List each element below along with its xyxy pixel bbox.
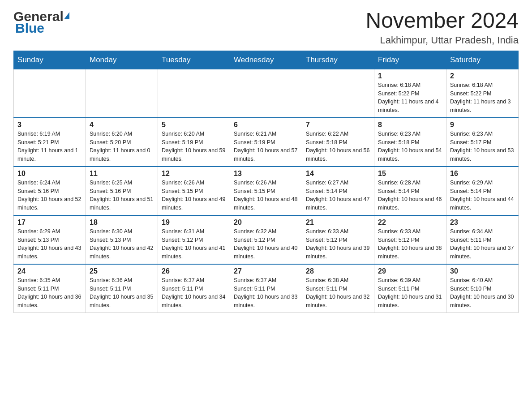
calendar-cell: 23Sunrise: 6:34 AMSunset: 5:11 PMDayligh… xyxy=(446,215,519,264)
day-number: 9 xyxy=(450,121,515,129)
calendar-cell: 17Sunrise: 6:29 AMSunset: 5:13 PMDayligh… xyxy=(14,215,86,264)
calendar-week-4: 17Sunrise: 6:29 AMSunset: 5:13 PMDayligh… xyxy=(14,215,519,264)
day-info: Sunrise: 6:22 AMSunset: 5:18 PMDaylight:… xyxy=(306,130,370,163)
day-info: Sunrise: 6:23 AMSunset: 5:18 PMDaylight:… xyxy=(378,130,442,163)
calendar-cell: 22Sunrise: 6:33 AMSunset: 5:12 PMDayligh… xyxy=(374,215,446,264)
weekday-header-saturday: Saturday xyxy=(446,51,519,69)
calendar-cell: 30Sunrise: 6:40 AMSunset: 5:10 PMDayligh… xyxy=(446,264,519,313)
calendar-week-5: 24Sunrise: 6:35 AMSunset: 5:11 PMDayligh… xyxy=(14,264,519,313)
location-subtitle: Lakhimpur, Uttar Pradesh, India xyxy=(365,34,519,46)
day-info: Sunrise: 6:25 AMSunset: 5:16 PMDaylight:… xyxy=(90,179,154,212)
day-number: 8 xyxy=(378,121,442,129)
day-info: Sunrise: 6:33 AMSunset: 5:12 PMDaylight:… xyxy=(378,227,442,261)
day-number: 13 xyxy=(234,170,298,178)
day-info: Sunrise: 6:19 AMSunset: 5:21 PMDaylight:… xyxy=(17,130,82,163)
calendar-cell xyxy=(86,69,158,118)
calendar-cell: 28Sunrise: 6:38 AMSunset: 5:11 PMDayligh… xyxy=(302,264,374,313)
day-number: 23 xyxy=(450,218,515,227)
calendar-cell: 15Sunrise: 6:28 AMSunset: 5:14 PMDayligh… xyxy=(374,167,446,215)
day-info: Sunrise: 6:31 AMSunset: 5:12 PMDaylight:… xyxy=(162,227,226,261)
day-number: 5 xyxy=(162,121,226,129)
day-info: Sunrise: 6:20 AMSunset: 5:19 PMDaylight:… xyxy=(162,130,226,163)
day-number: 20 xyxy=(234,218,298,227)
day-info: Sunrise: 6:18 AMSunset: 5:22 PMDaylight:… xyxy=(450,81,515,115)
day-number: 12 xyxy=(162,170,226,178)
calendar-cell xyxy=(302,69,374,118)
calendar-table: SundayMondayTuesdayWednesdayThursdayFrid… xyxy=(13,51,519,313)
day-number: 25 xyxy=(90,267,154,275)
day-number: 11 xyxy=(90,170,154,178)
day-info: Sunrise: 6:35 AMSunset: 5:11 PMDaylight:… xyxy=(17,276,82,310)
day-number: 4 xyxy=(90,121,154,129)
day-number: 24 xyxy=(17,267,82,275)
calendar-cell xyxy=(14,69,86,118)
day-info: Sunrise: 6:33 AMSunset: 5:12 PMDaylight:… xyxy=(306,227,370,261)
day-info: Sunrise: 6:32 AMSunset: 5:12 PMDaylight:… xyxy=(234,227,298,261)
calendar-cell xyxy=(230,69,302,118)
weekday-header-friday: Friday xyxy=(374,51,446,69)
page-header: General Blue November 2024 Lakhimpur, Ut… xyxy=(13,9,519,46)
day-info: Sunrise: 6:29 AMSunset: 5:14 PMDaylight:… xyxy=(450,179,515,212)
calendar-cell: 7Sunrise: 6:22 AMSunset: 5:18 PMDaylight… xyxy=(302,118,374,167)
day-number: 21 xyxy=(306,218,370,227)
day-number: 27 xyxy=(234,267,298,275)
day-number: 1 xyxy=(378,72,442,80)
day-info: Sunrise: 6:30 AMSunset: 5:13 PMDaylight:… xyxy=(90,227,154,261)
calendar-cell: 27Sunrise: 6:37 AMSunset: 5:11 PMDayligh… xyxy=(230,264,302,313)
calendar-cell: 6Sunrise: 6:21 AMSunset: 5:19 PMDaylight… xyxy=(230,118,302,167)
calendar-cell: 16Sunrise: 6:29 AMSunset: 5:14 PMDayligh… xyxy=(446,167,519,215)
logo-triangle-icon xyxy=(64,12,69,19)
day-info: Sunrise: 6:40 AMSunset: 5:10 PMDaylight:… xyxy=(450,276,515,310)
calendar-week-3: 10Sunrise: 6:24 AMSunset: 5:16 PMDayligh… xyxy=(14,167,519,215)
title-block: November 2024 Lakhimpur, Uttar Pradesh, … xyxy=(365,9,519,46)
day-info: Sunrise: 6:36 AMSunset: 5:11 PMDaylight:… xyxy=(90,276,154,310)
day-info: Sunrise: 6:37 AMSunset: 5:11 PMDaylight:… xyxy=(162,276,226,310)
calendar-cell: 4Sunrise: 6:20 AMSunset: 5:20 PMDaylight… xyxy=(86,118,158,167)
weekday-header-wednesday: Wednesday xyxy=(230,51,302,69)
day-info: Sunrise: 6:20 AMSunset: 5:20 PMDaylight:… xyxy=(90,130,154,163)
day-info: Sunrise: 6:38 AMSunset: 5:11 PMDaylight:… xyxy=(306,276,370,310)
calendar-cell: 10Sunrise: 6:24 AMSunset: 5:16 PMDayligh… xyxy=(14,167,86,215)
calendar-cell: 12Sunrise: 6:26 AMSunset: 5:15 PMDayligh… xyxy=(158,167,230,215)
day-info: Sunrise: 6:26 AMSunset: 5:15 PMDaylight:… xyxy=(234,179,298,212)
calendar-cell: 2Sunrise: 6:18 AMSunset: 5:22 PMDaylight… xyxy=(446,69,519,118)
day-number: 6 xyxy=(234,121,298,129)
calendar-week-1: 1Sunrise: 6:18 AMSunset: 5:22 PMDaylight… xyxy=(14,69,519,118)
calendar-cell: 1Sunrise: 6:18 AMSunset: 5:22 PMDaylight… xyxy=(374,69,446,118)
day-number: 10 xyxy=(17,170,82,178)
day-info: Sunrise: 6:26 AMSunset: 5:15 PMDaylight:… xyxy=(162,179,226,212)
weekday-header-sunday: Sunday xyxy=(14,51,86,69)
calendar-cell: 8Sunrise: 6:23 AMSunset: 5:18 PMDaylight… xyxy=(374,118,446,167)
day-info: Sunrise: 6:29 AMSunset: 5:13 PMDaylight:… xyxy=(17,227,82,261)
weekday-header-row: SundayMondayTuesdayWednesdayThursdayFrid… xyxy=(14,51,519,69)
calendar-cell: 13Sunrise: 6:26 AMSunset: 5:15 PMDayligh… xyxy=(230,167,302,215)
calendar-cell: 5Sunrise: 6:20 AMSunset: 5:19 PMDaylight… xyxy=(158,118,230,167)
weekday-header-thursday: Thursday xyxy=(302,51,374,69)
calendar-cell: 19Sunrise: 6:31 AMSunset: 5:12 PMDayligh… xyxy=(158,215,230,264)
day-number: 28 xyxy=(306,267,370,275)
calendar-cell xyxy=(158,69,230,118)
month-year-title: November 2024 xyxy=(365,9,519,33)
calendar-cell: 25Sunrise: 6:36 AMSunset: 5:11 PMDayligh… xyxy=(86,264,158,313)
calendar-cell: 9Sunrise: 6:23 AMSunset: 5:17 PMDaylight… xyxy=(446,118,519,167)
calendar-cell: 24Sunrise: 6:35 AMSunset: 5:11 PMDayligh… xyxy=(14,264,86,313)
weekday-header-tuesday: Tuesday xyxy=(158,51,230,69)
calendar-cell: 14Sunrise: 6:27 AMSunset: 5:14 PMDayligh… xyxy=(302,167,374,215)
day-number: 3 xyxy=(17,121,82,129)
logo: General Blue xyxy=(13,9,69,36)
day-info: Sunrise: 6:37 AMSunset: 5:11 PMDaylight:… xyxy=(234,276,298,310)
calendar-cell: 21Sunrise: 6:33 AMSunset: 5:12 PMDayligh… xyxy=(302,215,374,264)
day-info: Sunrise: 6:39 AMSunset: 5:11 PMDaylight:… xyxy=(378,276,442,310)
day-number: 15 xyxy=(378,170,442,178)
day-number: 29 xyxy=(378,267,442,275)
day-info: Sunrise: 6:23 AMSunset: 5:17 PMDaylight:… xyxy=(450,130,515,163)
day-info: Sunrise: 6:24 AMSunset: 5:16 PMDaylight:… xyxy=(17,179,82,212)
day-info: Sunrise: 6:27 AMSunset: 5:14 PMDaylight:… xyxy=(306,179,370,212)
calendar-week-2: 3Sunrise: 6:19 AMSunset: 5:21 PMDaylight… xyxy=(14,118,519,167)
day-info: Sunrise: 6:21 AMSunset: 5:19 PMDaylight:… xyxy=(234,130,298,163)
day-number: 22 xyxy=(378,218,442,227)
calendar-cell: 3Sunrise: 6:19 AMSunset: 5:21 PMDaylight… xyxy=(14,118,86,167)
weekday-header-monday: Monday xyxy=(86,51,158,69)
calendar-cell: 18Sunrise: 6:30 AMSunset: 5:13 PMDayligh… xyxy=(86,215,158,264)
day-number: 7 xyxy=(306,121,370,129)
